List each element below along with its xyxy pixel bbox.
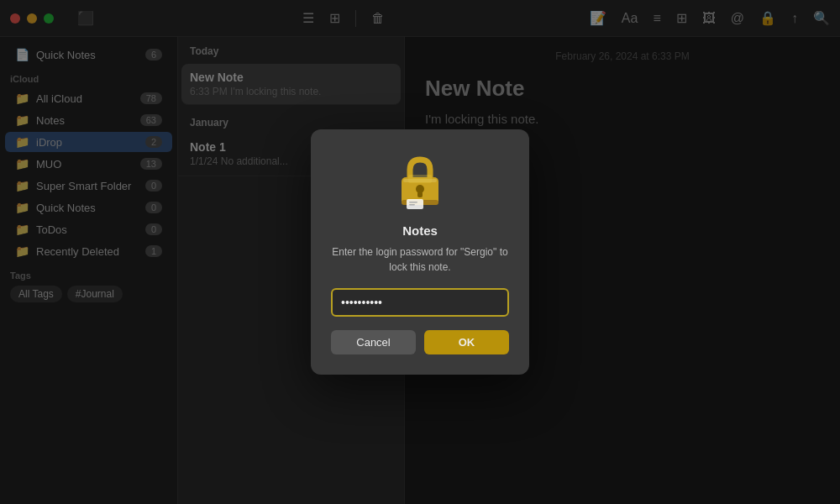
svg-rect-6: [407, 199, 423, 209]
ok-button[interactable]: OK: [424, 330, 509, 354]
modal-buttons: Cancel OK: [331, 330, 509, 354]
lock-note-modal: Notes Enter the login password for "Serg…: [311, 129, 529, 375]
modal-title: Notes: [402, 223, 438, 238]
svg-rect-8: [409, 204, 415, 206]
cancel-button[interactable]: Cancel: [331, 330, 416, 354]
svg-rect-2: [417, 192, 423, 197]
padlock-icon: [395, 153, 445, 212]
modal-overlay: Notes Enter the login password for "Serg…: [0, 0, 840, 504]
svg-rect-5: [408, 175, 432, 183]
password-input[interactable]: [331, 288, 509, 317]
svg-rect-7: [409, 202, 417, 203]
modal-description: Enter the login password for "Sergio" to…: [331, 244, 509, 275]
